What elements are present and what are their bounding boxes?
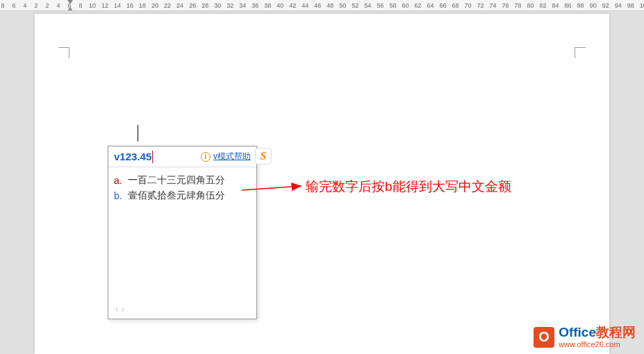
ime-help-link[interactable]: i v模式帮助 (201, 151, 251, 162)
horizontal-ruler: 8642 24681012141618202224262830323436384… (0, 0, 644, 11)
margin-corner-top-left (58, 47, 69, 58)
annotation-text: 输完数字后按b能得到大写中文金额 (306, 178, 511, 196)
ime-header: v123.45 i v模式帮助 S (108, 146, 256, 167)
ime-candidate-item[interactable]: a.一百二十三元四角五分 (114, 173, 251, 188)
office-logo-icon: O (534, 327, 554, 348)
help-link-label: v模式帮助 (213, 151, 251, 162)
margin-corner-top-right (575, 47, 586, 58)
watermark-title: Office教程网 (559, 326, 636, 340)
ime-candidate-list: a.一百二十三元四角五分b.壹佰贰拾叁元肆角伍分 (108, 167, 256, 209)
sogou-logo-icon: S (255, 148, 272, 165)
annotation-arrow-icon (242, 179, 304, 193)
ime-input-text: v123.45 (114, 151, 151, 162)
ime-candidate-panel: v123.45 i v模式帮助 S a.一百二十三元四角五分b.壹佰贰拾叁元肆角… (108, 146, 257, 319)
info-icon: i (201, 152, 210, 162)
ime-cursor (152, 151, 153, 163)
indent-marker-icon[interactable] (67, 7, 73, 11)
watermark: O Office教程网 www.office26.com (534, 326, 636, 348)
ime-pager[interactable]: ‹ › (115, 303, 124, 314)
text-cursor (138, 125, 138, 142)
ime-candidate-item[interactable]: b.壹佰贰拾叁元肆角伍分 (114, 188, 251, 203)
svg-line-1 (242, 186, 301, 190)
tab-marker-icon[interactable] (67, 0, 73, 4)
watermark-url: www.office26.com (559, 340, 636, 348)
